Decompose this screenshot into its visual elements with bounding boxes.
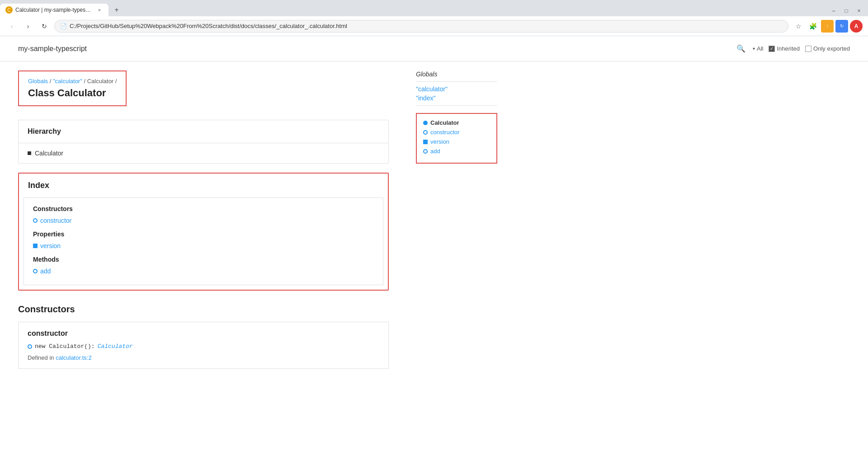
index-methods-title: Methods: [33, 256, 374, 263]
tab-title: Calculator | my-sample-typescri...: [15, 7, 93, 13]
main-layout: Globals / "calculator" / Calculator / Cl…: [0, 61, 868, 378]
filter-inherited[interactable]: ✓ Inherited: [769, 45, 800, 52]
index-add-link[interactable]: add: [33, 268, 374, 275]
index-box: Index Constructors constructor Propertie…: [18, 173, 389, 291]
profile-button[interactable]: A: [850, 20, 863, 33]
sidebar-nav-box: Calculator constructor version add: [416, 113, 497, 164]
sidebar-add-link[interactable]: add: [430, 148, 440, 155]
constructor-card-name: constructor: [28, 329, 379, 338]
filter-all-label: All: [757, 45, 763, 52]
url-text: C:/Projects/GitHub/Setup%20Webpack%20Fro…: [70, 23, 783, 29]
sidebar-divider-2: [416, 105, 497, 106]
back-button[interactable]: ‹: [5, 20, 18, 33]
breadcrumb-globals[interactable]: Globals: [28, 78, 48, 85]
window-controls: – □ ×: [828, 5, 868, 16]
index-version-label: version: [40, 242, 61, 249]
constructor-sig-icon: [28, 344, 32, 349]
constructor-return-type[interactable]: Calculator: [98, 343, 133, 350]
index-constructor-label: constructor: [40, 217, 71, 224]
sidebar-divider-1: [416, 81, 497, 82]
sidebar-add-icon: [423, 149, 428, 154]
defined-in-file-link[interactable]: calculator.ts:2: [56, 354, 92, 361]
active-tab[interactable]: C Calculator | my-sample-typescri... ×: [0, 4, 108, 16]
site-title: my-sample-typescript: [18, 45, 87, 53]
page-icon: 📄: [60, 23, 67, 29]
only-exported-checkbox[interactable]: [805, 46, 811, 52]
new-tab-button[interactable]: +: [110, 4, 123, 16]
sidebar-nav-class[interactable]: Calculator: [423, 119, 490, 126]
index-constructors-title: Constructors: [33, 205, 374, 212]
sidebar-version-icon: [423, 140, 428, 144]
ext-icon: ↑: [821, 20, 834, 33]
sidebar-class-label: Calculator: [430, 119, 459, 126]
hierarchy-bullet: [28, 151, 31, 155]
nav-actions: ☆ 🧩 ↑ ↻ A: [792, 20, 863, 33]
defined-in: Defined in calculator.ts:2: [28, 354, 379, 361]
inherited-checkbox[interactable]: ✓: [769, 46, 775, 52]
breadcrumb-calculator-module[interactable]: "calculator": [53, 78, 82, 85]
page-header: my-sample-typescript 🔍 ▾ All ✓ Inherited…: [0, 36, 868, 61]
sidebar: Globals "calculator" "index" Calculator …: [407, 61, 506, 378]
version-sq-icon: [33, 244, 38, 248]
index-add-label: add: [40, 268, 51, 275]
index-inner: Constructors constructor Properties vers…: [24, 197, 383, 285]
constructors-section-title: Constructors: [18, 304, 389, 315]
constructor-card: constructor new Calculator(): Calculator…: [18, 322, 389, 369]
sidebar-nav-add[interactable]: add: [423, 148, 490, 155]
bookmark-button[interactable]: ☆: [792, 20, 805, 33]
add-dot-icon: [33, 269, 38, 273]
filter-only-exported[interactable]: Only exported: [805, 45, 850, 52]
address-bar[interactable]: 📄 C:/Projects/GitHub/Setup%20Webpack%20F…: [54, 20, 788, 33]
sidebar-class-dot-icon: [423, 121, 428, 125]
navigation-bar: ‹ › ↻ 📄 C:/Projects/GitHub/Setup%20Webpa…: [0, 16, 868, 36]
index-properties-title: Properties: [33, 230, 374, 238]
breadcrumb-separator-1: /: [50, 78, 53, 85]
maximize-button[interactable]: □: [841, 5, 852, 16]
filter-group: ▾ All ✓ Inherited Only exported: [753, 45, 850, 52]
browser-chrome: C Calculator | my-sample-typescri... × +…: [0, 0, 868, 36]
tab-close-button[interactable]: ×: [96, 6, 103, 14]
breadcrumb-separator-2: / Calculator /: [84, 78, 117, 85]
constructor-sig-text: new Calculator():: [35, 343, 95, 350]
index-constructor-link[interactable]: constructor: [33, 217, 374, 224]
sidebar-version-link[interactable]: version: [430, 138, 449, 145]
filter-inherited-label: Inherited: [777, 45, 800, 52]
sidebar-globals-label: Globals: [416, 70, 497, 78]
hierarchy-item: Calculator: [28, 150, 379, 157]
reload-button[interactable]: ↻: [38, 20, 51, 33]
all-dropdown-arrow: ▾: [753, 46, 755, 51]
filter-only-exported-label: Only exported: [813, 45, 850, 52]
hierarchy-title: Hierarchy: [28, 127, 379, 136]
sync-icon: ↻: [835, 20, 848, 33]
search-button[interactable]: 🔍: [736, 44, 745, 53]
extensions-button[interactable]: 🧩: [807, 20, 819, 33]
tab-bar: C Calculator | my-sample-typescri... × +…: [0, 0, 868, 16]
forward-button[interactable]: ›: [22, 20, 34, 33]
hierarchy-body: Calculator: [19, 143, 388, 163]
minimize-button[interactable]: –: [828, 5, 839, 16]
sidebar-nav-constructor[interactable]: constructor: [423, 129, 490, 136]
hierarchy-box: Hierarchy Calculator: [18, 120, 389, 164]
breadcrumb-section: Globals / "calculator" / Calculator / Cl…: [18, 70, 127, 106]
page-wrapper: my-sample-typescript 🔍 ▾ All ✓ Inherited…: [0, 36, 868, 470]
constructors-section: Constructors constructor new Calculator(…: [18, 304, 389, 369]
index-title: Index: [28, 181, 379, 190]
page-title: Class Calculator: [28, 87, 117, 99]
hierarchy-header: Hierarchy: [19, 120, 388, 143]
sidebar-nav-version[interactable]: version: [423, 138, 490, 145]
filter-all[interactable]: ▾ All: [753, 45, 763, 52]
index-header: Index: [19, 174, 388, 197]
sidebar-constructor-icon: [423, 130, 428, 135]
sidebar-constructor-link[interactable]: constructor: [430, 129, 459, 136]
content-area: Globals / "calculator" / Calculator / Cl…: [0, 61, 407, 378]
constructor-dot-icon: [33, 218, 38, 223]
close-window-button[interactable]: ×: [854, 5, 864, 16]
breadcrumb: Globals / "calculator" / Calculator /: [28, 78, 117, 85]
hierarchy-item-label: Calculator: [35, 150, 63, 157]
sidebar-module-calculator[interactable]: "calculator": [416, 85, 497, 93]
tab-favicon: C: [5, 6, 13, 14]
constructor-signature: new Calculator(): Calculator: [28, 343, 379, 350]
defined-in-label: Defined in: [28, 354, 56, 361]
sidebar-module-index[interactable]: "index": [416, 94, 497, 102]
index-version-link[interactable]: version: [33, 242, 374, 249]
